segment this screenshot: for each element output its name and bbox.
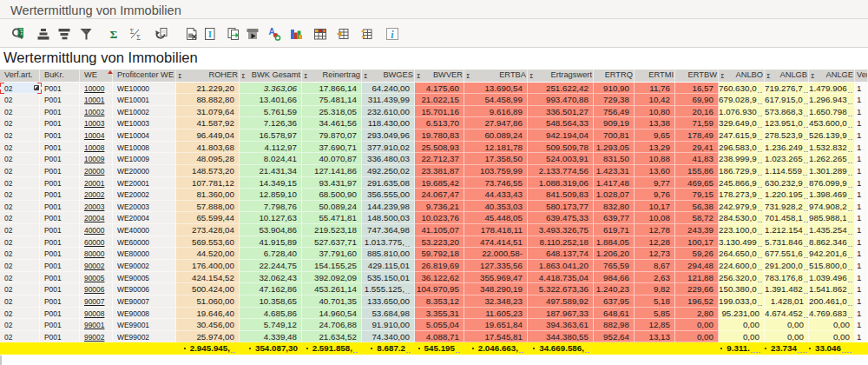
- svg-text:Σ: Σ: [136, 34, 141, 42]
- svg-text:I: I: [208, 29, 212, 39]
- svg-text:Σ: Σ: [130, 28, 135, 36]
- svg-text:Σ: Σ: [110, 28, 118, 41]
